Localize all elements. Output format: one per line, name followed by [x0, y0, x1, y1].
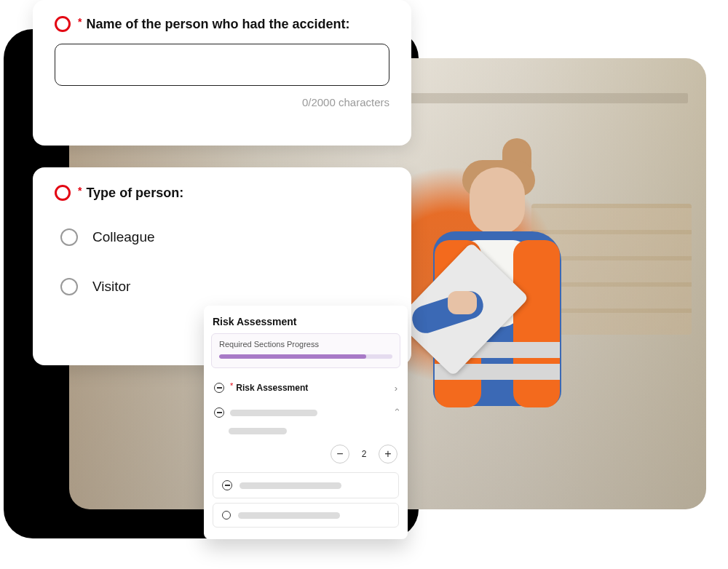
stepper-value: 2	[360, 449, 368, 459]
circle-status-icon	[55, 16, 71, 32]
question-header: * Type of person:	[55, 185, 389, 201]
risk-assessment-panel: Risk Assessment Required Sections Progre…	[204, 306, 408, 539]
section-risk-assessment[interactable]: * Risk Assessment ›	[204, 375, 408, 400]
section-placeholder-expanded[interactable]: ›	[204, 400, 408, 419]
radio-icon	[60, 228, 78, 246]
progress-bar	[219, 354, 392, 359]
required-asterisk: *	[78, 16, 82, 28]
list-item[interactable]	[213, 472, 399, 498]
section-label: Risk Assessment	[236, 383, 308, 393]
skeleton-line	[230, 410, 317, 416]
progress-box: Required Sections Progress	[211, 333, 400, 368]
required-asterisk: *	[78, 185, 82, 196]
question-title: Type of person:	[86, 186, 183, 201]
skeleton-line	[238, 512, 340, 519]
skeleton-line	[229, 428, 287, 434]
skeleton-block	[204, 419, 408, 437]
progress-label: Required Sections Progress	[219, 340, 392, 349]
question-card-name: * Name of the person who had the acciden…	[33, 0, 411, 146]
option-label: Visitor	[92, 279, 130, 295]
question-header: * Name of the person who had the acciden…	[55, 16, 389, 32]
list-item[interactable]	[213, 503, 399, 528]
question-title: Name of the person who had the accident:	[86, 17, 349, 32]
collapse-icon	[214, 407, 224, 418]
quantity-stepper: − 2 +	[204, 437, 408, 468]
radio-option-visitor[interactable]: Visitor	[55, 262, 389, 311]
required-asterisk: *	[230, 381, 233, 390]
name-input[interactable]	[55, 44, 389, 86]
option-label: Colleague	[92, 229, 155, 245]
radio-icon	[60, 278, 78, 295]
collapse-icon	[214, 383, 224, 393]
character-counter: 0/2000 characters	[55, 96, 389, 108]
collapse-icon	[222, 480, 232, 490]
chevron-up-icon: ›	[390, 408, 401, 411]
skeleton-line	[240, 482, 341, 489]
chevron-right-icon: ›	[395, 383, 397, 394]
progress-fill	[219, 354, 366, 359]
stepper-increment-button[interactable]: +	[379, 445, 397, 463]
panel-title: Risk Assessment	[204, 313, 408, 333]
circle-icon	[222, 511, 231, 520]
stepper-decrement-button[interactable]: −	[331, 445, 349, 463]
circle-status-icon	[55, 185, 71, 201]
radio-option-colleague[interactable]: Colleague	[55, 212, 389, 262]
